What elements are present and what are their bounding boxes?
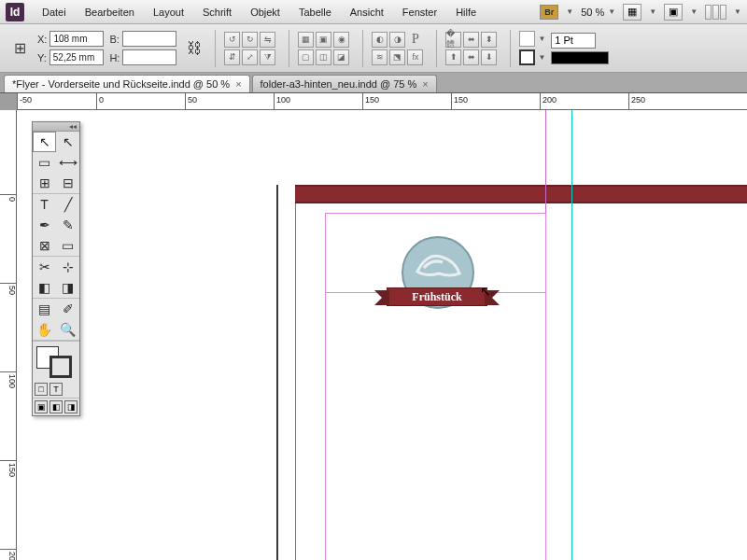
note-tool[interactable]: ▤ — [33, 299, 56, 319]
screen-mode-button[interactable]: ▣ — [664, 4, 683, 21]
menu-datei[interactable]: Datei — [34, 3, 75, 21]
stroke-weight-input[interactable]: 1 Pt — [551, 33, 596, 49]
menu-layout[interactable]: Layout — [145, 3, 192, 21]
opacity-button[interactable]: ◑ — [389, 32, 405, 48]
selection-tool[interactable]: ↖ — [33, 132, 56, 152]
align-center-h-button[interactable]: ⬌ — [463, 32, 479, 48]
flip-v-button[interactable]: ⇵ — [224, 49, 240, 65]
zoom-dropdown[interactable]: 50 % ▼ — [581, 7, 615, 18]
close-icon[interactable]: × — [235, 78, 241, 90]
gradient-swatch-tool[interactable]: ◧ — [33, 277, 56, 298]
effects-fx-button[interactable]: fx — [407, 49, 423, 65]
align-left-button[interactable]: �體 — [445, 32, 461, 48]
chevron-down-icon[interactable]: ▼ — [690, 7, 698, 16]
stroke-swatch[interactable] — [519, 49, 535, 65]
y-input[interactable] — [49, 49, 104, 65]
h-input[interactable] — [122, 49, 176, 65]
fit-content-button[interactable]: ▣ — [316, 32, 331, 48]
content-collector-tool[interactable]: ⊞ — [33, 173, 56, 193]
w-input[interactable] — [122, 31, 176, 47]
page-tool[interactable]: ▭ — [33, 152, 56, 173]
menu-objekt[interactable]: Objekt — [242, 3, 289, 21]
ribbon-label[interactable]: Frühstück — [387, 287, 487, 306]
vertical-ruler[interactable]: 050100150200 — [0, 110, 17, 560]
corner-options-button[interactable]: ⬔ — [389, 49, 405, 65]
stroke-style-dropdown[interactable] — [551, 51, 609, 64]
constrain-icon[interactable]: ⛓ — [182, 36, 206, 61]
text-wrap-button[interactable]: ≋ — [372, 49, 388, 65]
hand-tool[interactable]: ✋ — [33, 319, 56, 340]
chevron-down-icon[interactable]: ▼ — [538, 53, 545, 62]
flip-h-button[interactable]: ⇋ — [260, 32, 275, 48]
chevron-down-icon[interactable]: ▼ — [649, 7, 656, 16]
fill-swatch[interactable] — [519, 31, 535, 47]
bleed-mode[interactable]: ◨ — [64, 400, 78, 413]
vertical-guide-cyan[interactable] — [571, 110, 572, 560]
gap-tool[interactable]: ⟷ — [56, 152, 79, 173]
align-center-v-button[interactable]: ⬌ — [463, 49, 479, 65]
gradient-feather-tool[interactable]: ◨ — [56, 277, 79, 298]
menu-hilfe[interactable]: Hilfe — [447, 3, 485, 21]
eyedropper-tool[interactable]: ✐ — [56, 299, 79, 319]
chevron-down-icon[interactable]: ▼ — [538, 35, 545, 43]
app-logo-icon: Id — [6, 3, 24, 21]
view-options-button[interactable]: ▦ — [623, 4, 641, 21]
fill-container[interactable]: □ — [35, 383, 48, 396]
type-tool[interactable]: T — [33, 194, 56, 215]
fill-stroke-swatch[interactable] — [33, 344, 79, 378]
tab-folder[interactable]: folder-a3-hinten_neu.indd @ 75 %× — [252, 75, 437, 92]
free-transform-tool[interactable]: ⊹ — [56, 257, 79, 277]
stroke-weight-value: 1 Pt — [555, 35, 573, 46]
chevron-down-icon[interactable]: ▼ — [734, 7, 741, 16]
direct-selection-tool[interactable]: ↖ — [56, 132, 79, 152]
menu-schrift[interactable]: Schrift — [194, 3, 240, 21]
rotate-cw-button[interactable]: ↻ — [242, 32, 258, 48]
rectangle-frame-tool[interactable]: ⊠ — [33, 235, 56, 256]
chevron-down-icon: ▼ — [608, 7, 615, 16]
ruler-tick: 50 — [0, 283, 17, 295]
panel-collapse-icon[interactable]: ◂◂ — [33, 122, 79, 132]
center-content-button[interactable]: ◉ — [333, 32, 349, 48]
ruler-tick: 100 — [274, 93, 290, 110]
x-label: X: — [37, 34, 47, 45]
scale-button[interactable]: ⤢ — [242, 49, 258, 65]
align-bottom-button[interactable]: ⬇ — [481, 49, 497, 65]
menu-bearbeiten[interactable]: Bearbeiten — [77, 3, 143, 21]
menu-fenster[interactable]: Fenster — [394, 3, 445, 21]
chevron-down-icon[interactable]: ▼ — [566, 7, 573, 16]
reference-point-icon[interactable]: ⊞ — [7, 36, 32, 61]
align-top-button[interactable]: ⬆ — [445, 49, 461, 65]
red-banner-object[interactable] — [295, 185, 747, 203]
align-right-button[interactable]: ⬍ — [481, 32, 497, 48]
rotate-ccw-button[interactable]: ↺ — [224, 32, 240, 48]
rectangle-tool[interactable]: ▭ — [56, 235, 79, 256]
bridge-icon[interactable]: Br — [540, 5, 558, 20]
x-input[interactable] — [49, 31, 104, 47]
fit-frame-button[interactable]: ▢ — [298, 49, 314, 65]
pencil-tool[interactable]: ✎ — [56, 215, 79, 235]
fill-proportionally-button[interactable]: ◪ — [333, 49, 349, 65]
pen-tool[interactable]: ✒ — [33, 215, 56, 235]
text-container[interactable]: T — [49, 383, 63, 396]
close-icon[interactable]: × — [422, 78, 428, 90]
canvas[interactable]: Frühstück ↖▫ — [17, 110, 747, 560]
tab-flyer[interactable]: *Flyer - Vorderseite und Rückseite.indd … — [4, 75, 250, 92]
stroke-color-icon[interactable] — [49, 356, 72, 378]
arrange-documents-button[interactable] — [705, 5, 726, 20]
content-placer-tool[interactable]: ⊟ — [56, 173, 79, 193]
shear-button[interactable]: ⧩ — [260, 49, 275, 65]
menu-ansicht[interactable]: Ansicht — [342, 3, 392, 21]
type-icon[interactable]: P — [407, 32, 423, 48]
tools-panel[interactable]: ◂◂ ↖↖▭⟷⊞⊟T╱✒✎⊠▭✂⊹◧◨▤✐✋🔍 □T ▣◧◨ — [32, 121, 80, 416]
horizontal-ruler[interactable]: -50050100150150200250 — [17, 93, 747, 110]
drop-shadow-button[interactable]: ◐ — [372, 32, 388, 48]
scissors-tool[interactable]: ✂ — [33, 257, 56, 277]
fill-frame-button[interactable]: ▦ — [298, 32, 314, 48]
ruler-tick: 150 — [362, 93, 379, 110]
menu-tabelle[interactable]: Tabelle — [290, 3, 340, 21]
preview-mode[interactable]: ◧ — [49, 400, 63, 413]
line-tool[interactable]: ╱ — [56, 194, 79, 215]
fit-proportionally-button[interactable]: ◫ — [316, 49, 331, 65]
zoom-tool[interactable]: 🔍 — [56, 319, 79, 340]
normal-mode[interactable]: ▣ — [35, 400, 48, 413]
